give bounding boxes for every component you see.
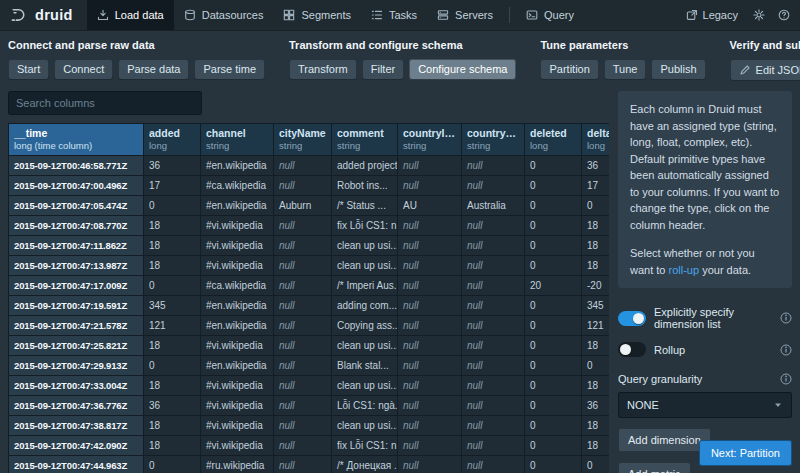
add-metric-button[interactable]: Add metric <box>618 462 691 473</box>
nav-item-query[interactable]: Query <box>516 0 584 30</box>
cell-countryIsoCode: null <box>398 216 462 236</box>
cell-__time: 2015-09-12T00:47:05.474Z <box>9 196 144 216</box>
cell-channel: #en.wikipedia <box>201 316 274 336</box>
info-icon[interactable] <box>780 373 792 385</box>
cell-channel: #vi.wikipedia <box>201 416 274 436</box>
cell-delta: 0 <box>582 356 610 376</box>
cell-__time: 2015-09-12T00:47:42.090Z <box>9 436 144 456</box>
table-row: 2015-09-12T00:47:42.090Z18#vi.wikipedian… <box>9 436 610 456</box>
table-header-row: __timelong (time column)addedlongchannel… <box>9 124 610 156</box>
column-header-deleted[interactable]: deletedlong <box>525 124 582 156</box>
step-button-configure-schema[interactable]: Configure schema <box>409 59 516 80</box>
rollup-link[interactable]: roll-up <box>669 264 700 276</box>
cell-cityName: null <box>274 256 332 276</box>
step-button-connect[interactable]: Connect <box>54 59 113 80</box>
step-button-partition[interactable]: Partition <box>540 59 598 80</box>
cell-delta: 18 <box>582 216 610 236</box>
step-button-transform[interactable]: Transform <box>289 59 357 80</box>
cell-deleted: 0 <box>525 296 582 316</box>
step-button-edit-json-spec[interactable]: Edit JSON spec <box>730 59 800 81</box>
column-header-comment[interactable]: commentstring <box>332 124 398 156</box>
search-input[interactable] <box>8 91 202 115</box>
column-header-__time[interactable]: __timelong (time column) <box>9 124 144 156</box>
cell-added: 36 <box>144 156 201 176</box>
step-button-label: Filter <box>371 64 395 75</box>
cell-added: 0 <box>144 196 201 216</box>
gear-icon[interactable] <box>753 9 765 21</box>
step-button-label: Tune <box>613 64 638 75</box>
cell-deleted: 20 <box>525 276 582 296</box>
step-button-start[interactable]: Start <box>8 59 49 80</box>
cell-added: 36 <box>144 396 201 416</box>
datasources-icon <box>184 9 196 21</box>
cell-comment: fix Lỗi CS1: n... <box>332 436 398 456</box>
cell-__time: 2015-09-12T00:47:29.913Z <box>9 356 144 376</box>
column-header-countryIsoCode[interactable]: countryIsoCodestring <box>398 124 462 156</box>
nav-item-segments[interactable]: Segments <box>273 0 361 30</box>
info-icon[interactable] <box>780 312 792 324</box>
cell-deleted: 0 <box>525 376 582 396</box>
table-body: 2015-09-12T00:46:58.771Z36#en.wikipedian… <box>9 156 610 473</box>
column-header-cityName[interactable]: cityNamestring <box>274 124 332 156</box>
column-name: added <box>149 127 195 139</box>
cell-__time: 2015-09-12T00:47:38.817Z <box>9 416 144 436</box>
column-header-countryName[interactable]: countryNamestring <box>462 124 525 156</box>
cell-cityName: null <box>274 236 332 256</box>
cell-added: 0 <box>144 276 201 296</box>
nav-item-servers[interactable]: Servers <box>427 0 503 30</box>
table-row: 2015-09-12T00:47:05.474Z0#en.wikipediaAu… <box>9 196 610 216</box>
step-group: Tune parametersPartitionTunePublish <box>540 39 705 81</box>
cell-cityName: null <box>274 376 332 396</box>
nav-item-label: Datasources <box>202 9 264 21</box>
cell-__time: 2015-09-12T00:47:21.578Z <box>9 316 144 336</box>
help-icon[interactable] <box>778 9 790 21</box>
column-header-channel[interactable]: channelstring <box>201 124 274 156</box>
column-header-delta[interactable]: deltalong <box>582 124 610 156</box>
cell-countryIsoCode: null <box>398 256 462 276</box>
nav-item-tasks[interactable]: Tasks <box>361 0 427 30</box>
column-header-added[interactable]: addedlong <box>144 124 201 156</box>
cell-delta: 36 <box>582 396 610 416</box>
step-button-publish[interactable]: Publish <box>651 59 705 80</box>
cell-channel: #vi.wikipedia <box>201 236 274 256</box>
column-name: channel <box>206 127 268 139</box>
cell-__time: 2015-09-12T00:47:19.591Z <box>9 296 144 316</box>
step-button-label: Parse data <box>127 64 180 75</box>
legacy-label: Legacy <box>703 9 738 21</box>
next-partition-button[interactable]: Next: Partition <box>699 440 792 466</box>
cell-channel: #vi.wikipedia <box>201 336 274 356</box>
cell-comment: Robot ins... <box>332 176 398 196</box>
add-dimension-button[interactable]: Add dimension <box>618 428 711 452</box>
cell-countryIsoCode: null <box>398 336 462 356</box>
cell-added: 18 <box>144 236 201 256</box>
table-row: 2015-09-12T00:47:44.963Z0#ru.wikipedianu… <box>9 456 610 473</box>
cell-__time: 2015-09-12T00:47:44.963Z <box>9 456 144 473</box>
cell-added: 0 <box>144 456 201 473</box>
info-icon[interactable] <box>780 344 792 356</box>
cell-countryName: null <box>462 296 525 316</box>
table-row: 2015-09-12T00:47:38.817Z18#vi.wikipedian… <box>9 416 610 436</box>
cell-delta: 121 <box>582 316 610 336</box>
toggle-switch[interactable] <box>618 342 646 357</box>
step-button-tune[interactable]: Tune <box>604 59 647 80</box>
cell-comment: fix Lỗi CS1: n... <box>332 216 398 236</box>
step-nav: Connect and parse raw dataStartConnectPa… <box>0 30 800 89</box>
step-button-filter[interactable]: Filter <box>362 59 404 80</box>
table-row: 2015-09-12T00:47:33.004Z18#vi.wikipedian… <box>9 376 610 396</box>
toggle-switch[interactable] <box>618 311 646 326</box>
nav-item-load-data[interactable]: Load data <box>87 0 174 30</box>
cell-deleted: 0 <box>525 436 582 456</box>
cell-delta: 0 <box>582 196 610 216</box>
cell-deleted: 0 <box>525 156 582 176</box>
cell-countryName: null <box>462 176 525 196</box>
nav-item-datasources[interactable]: Datasources <box>174 0 274 30</box>
step-group: Verify and submitEdit JSON spec <box>730 39 800 81</box>
step-button-parse-data[interactable]: Parse data <box>118 59 189 80</box>
cell-delta: 36 <box>582 156 610 176</box>
step-button-parse-time[interactable]: Parse time <box>194 59 265 80</box>
cell-__time: 2015-09-12T00:47:36.776Z <box>9 396 144 416</box>
brand[interactable]: druid <box>8 0 79 30</box>
query-granularity-select[interactable]: NONE <box>618 392 792 418</box>
legacy-button[interactable]: Legacy <box>684 9 740 21</box>
toggle-row-rollup: Rollup <box>618 342 792 357</box>
